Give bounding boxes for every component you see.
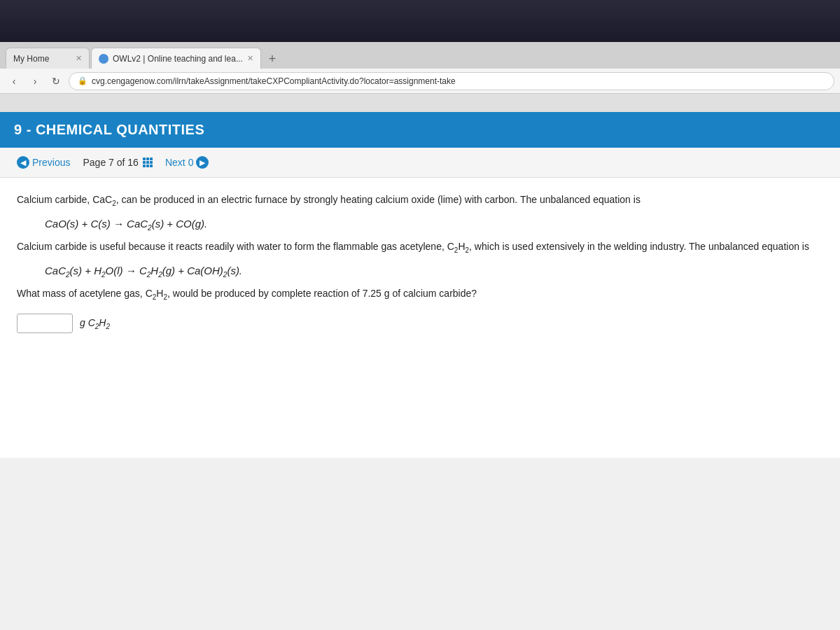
- course-header: 9 - CHEMICAL QUANTITIES: [0, 112, 840, 148]
- equation-1: CaO(s) + C(s) → CaC2(s) + CO(g).: [45, 218, 823, 232]
- equation-2: CaC2(s) + H2O(l) → C2H2(g) + Ca(OH)2(s).: [45, 265, 823, 279]
- tab-home-close[interactable]: ✕: [76, 54, 82, 63]
- next-count: 0: [188, 157, 194, 168]
- question-area: Calcium carbide, CaC2, can be produced i…: [0, 178, 840, 458]
- address-bar[interactable]: 🔒 cvg.cengagenow.com/ilrn/takeAssignment…: [69, 72, 834, 90]
- course-title: 9 - CHEMICAL QUANTITIES: [14, 122, 204, 137]
- tab-owl-label: OWLv2 | Online teaching and lea...: [113, 54, 243, 64]
- forward-button[interactable]: ›: [27, 73, 43, 90]
- tab-owl-favicon: [99, 54, 108, 64]
- paragraph-3: What mass of acetylene gas, C2H2, would …: [17, 286, 823, 303]
- tab-owl[interactable]: OWLv2 | Online teaching and lea... ✕: [91, 48, 261, 69]
- tab-bar: My Home ✕ OWLv2 | Online teaching and le…: [0, 42, 840, 69]
- url-text: cvg.cengagenow.com/ilrn/takeAssignment/t…: [92, 76, 456, 86]
- answer-row: g C2H2: [17, 314, 823, 333]
- page-label: Page 7 of 16: [83, 157, 138, 168]
- answer-unit: g C2H2: [80, 317, 110, 330]
- grid-icon: [143, 158, 153, 167]
- address-bar-row: ‹ › ↻ 🔒 cvg.cengagenow.com/ilrn/takeAssi…: [0, 69, 840, 94]
- previous-label: Previous: [32, 157, 70, 168]
- next-label: Next: [165, 157, 186, 168]
- previous-icon: ◀: [17, 156, 29, 169]
- page-info: Page 7 of 16: [83, 157, 152, 168]
- new-tab-button[interactable]: +: [262, 49, 282, 69]
- next-icon: ▶: [196, 156, 209, 169]
- back-button[interactable]: ‹: [6, 73, 22, 90]
- tab-owl-close[interactable]: ✕: [247, 54, 253, 63]
- lock-icon: 🔒: [78, 76, 88, 85]
- os-taskbar: [0, 0, 840, 42]
- tab-home[interactable]: My Home ✕: [6, 48, 90, 69]
- next-button[interactable]: Next 0 ▶: [160, 153, 215, 172]
- tab-home-label: My Home: [13, 54, 49, 64]
- paragraph-1: Calcium carbide, CaC2, can be produced i…: [17, 192, 823, 209]
- refresh-button[interactable]: ↻: [48, 73, 64, 90]
- browser-chrome: My Home ✕ OWLv2 | Online teaching and le…: [0, 42, 840, 112]
- answer-input[interactable]: [17, 314, 73, 333]
- pagination-bar: ◀ Previous Page 7 of 16 Next 0 ▶: [0, 148, 840, 178]
- main-content: 9 - CHEMICAL QUANTITIES ◀ Previous Page …: [0, 112, 840, 630]
- previous-button[interactable]: ◀ Previous: [11, 153, 76, 172]
- paragraph-2: Calcium carbide is useful because it rea…: [17, 239, 823, 256]
